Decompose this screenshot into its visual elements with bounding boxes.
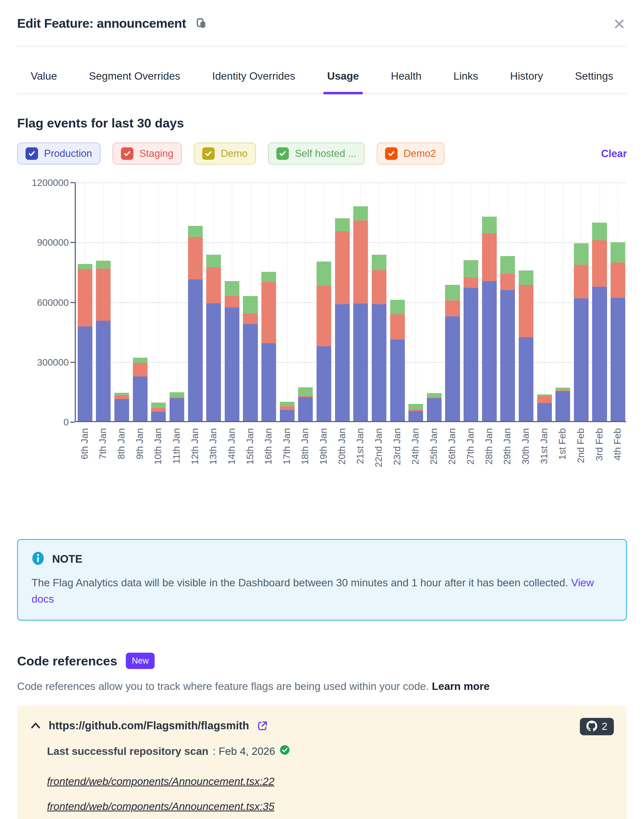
bar-segment-production-26th-jan[interactable] <box>445 316 460 421</box>
bar-segment-self-hosted-15th-jan[interactable] <box>243 296 258 313</box>
bar-segment-self-hosted-2nd-feb[interactable] <box>574 243 589 265</box>
bar-segment-production-14th-jan[interactable] <box>225 307 239 421</box>
bar-segment-production-9th-jan[interactable] <box>133 376 147 421</box>
bar-segment-production-10th-jan[interactable] <box>151 412 166 421</box>
legend-chip-production[interactable]: Production <box>17 143 101 165</box>
bar-segment-self-hosted-9th-jan[interactable] <box>133 358 147 363</box>
bar-segment-production-3rd-feb[interactable] <box>592 287 607 421</box>
checkbox-check-icon[interactable] <box>276 147 289 160</box>
bar-segment-production-1st-feb[interactable] <box>555 391 570 421</box>
repo-url-link[interactable]: https://github.com/Flagsmith/flagsmith <box>49 719 249 732</box>
bar-segment-self-hosted-11th-jan[interactable] <box>170 392 184 397</box>
bar-segment-production-19th-jan[interactable] <box>317 346 331 421</box>
bar-segment-staging-31st-jan[interactable] <box>537 396 552 403</box>
bar-segment-staging-23rd-jan[interactable] <box>390 314 405 339</box>
bar-segment-self-hosted-12th-jan[interactable] <box>188 226 203 237</box>
legend-chip-demo[interactable]: Demo <box>194 143 256 165</box>
tab-usage[interactable]: Usage <box>327 70 359 94</box>
bar-segment-self-hosted-3rd-feb[interactable] <box>592 222 607 240</box>
checkbox-check-icon[interactable] <box>385 147 397 160</box>
bar-segment-production-15th-jan[interactable] <box>243 324 258 421</box>
open-repo-button[interactable] <box>257 720 268 732</box>
bar-segment-staging-21st-jan[interactable] <box>353 221 368 304</box>
bar-segment-self-hosted-1st-feb[interactable] <box>555 388 570 390</box>
learn-more-link[interactable]: Learn more <box>432 680 489 692</box>
bar-segment-staging-12th-jan[interactable] <box>188 237 203 279</box>
tab-health[interactable]: Health <box>391 70 422 94</box>
bar-segment-staging-17th-jan[interactable] <box>280 406 294 410</box>
bar-segment-self-hosted-6th-jan[interactable] <box>78 264 92 269</box>
bar-segment-staging-15th-jan[interactable] <box>243 313 258 324</box>
bar-segment-self-hosted-23rd-jan[interactable] <box>390 300 405 314</box>
tab-links[interactable]: Links <box>454 70 478 94</box>
bar-segment-production-29th-jan[interactable] <box>500 290 515 421</box>
bar-segment-staging-18th-jan[interactable] <box>298 396 313 397</box>
github-count-badge[interactable]: 2 <box>580 718 614 735</box>
bar-segment-production-20th-jan[interactable] <box>335 304 350 421</box>
bar-segment-self-hosted-7th-jan[interactable] <box>96 261 110 268</box>
bar-segment-production-28th-jan[interactable] <box>482 281 497 421</box>
checkbox-check-icon[interactable] <box>121 147 133 160</box>
bar-segment-self-hosted-28th-jan[interactable] <box>482 217 497 233</box>
bar-segment-production-24th-jan[interactable] <box>408 411 423 421</box>
bar-segment-staging-1st-feb[interactable] <box>555 390 570 391</box>
bar-segment-production-30th-jan[interactable] <box>519 337 534 421</box>
bar-segment-self-hosted-30th-jan[interactable] <box>519 270 534 285</box>
bar-segment-staging-22nd-jan[interactable] <box>372 270 386 304</box>
bar-segment-self-hosted-26th-jan[interactable] <box>445 285 460 301</box>
bar-segment-staging-27th-jan[interactable] <box>463 278 478 288</box>
bar-segment-production-22nd-jan[interactable] <box>372 304 386 421</box>
bar-segment-production-2nd-feb[interactable] <box>574 299 589 421</box>
bar-segment-self-hosted-24th-jan[interactable] <box>408 404 423 410</box>
bar-segment-staging-29th-jan[interactable] <box>500 274 515 290</box>
bar-segment-production-13th-jan[interactable] <box>206 303 221 421</box>
collapse-repo-button[interactable] <box>30 721 41 730</box>
bar-segment-production-17th-jan[interactable] <box>280 410 294 421</box>
bar-segment-self-hosted-8th-jan[interactable] <box>114 393 129 396</box>
bar-segment-self-hosted-17th-jan[interactable] <box>280 402 294 406</box>
bar-segment-staging-8th-jan[interactable] <box>114 395 129 399</box>
bar-segment-self-hosted-25th-jan[interactable] <box>427 393 442 397</box>
bar-segment-staging-9th-jan[interactable] <box>133 363 147 376</box>
close-modal-button[interactable] <box>612 17 626 31</box>
bar-segment-self-hosted-13th-jan[interactable] <box>206 255 221 267</box>
clear-filters-button[interactable]: Clear <box>601 148 627 160</box>
bar-segment-production-12th-jan[interactable] <box>188 279 203 421</box>
bar-segment-staging-13th-jan[interactable] <box>206 267 221 303</box>
checkbox-check-icon[interactable] <box>202 147 215 160</box>
bar-segment-self-hosted-20th-jan[interactable] <box>335 218 350 231</box>
bar-segment-self-hosted-31st-jan[interactable] <box>537 394 552 396</box>
bar-segment-staging-30th-jan[interactable] <box>519 285 534 337</box>
code-reference-file-link[interactable]: frontend/web/components/Announcement.tsx… <box>47 801 274 813</box>
bar-segment-self-hosted-10th-jan[interactable] <box>151 403 166 408</box>
bar-segment-production-31st-jan[interactable] <box>537 403 552 421</box>
bar-segment-staging-26th-jan[interactable] <box>445 301 460 316</box>
bar-segment-self-hosted-21st-jan[interactable] <box>353 206 368 221</box>
bar-segment-production-18th-jan[interactable] <box>298 397 313 421</box>
bar-segment-self-hosted-4th-feb[interactable] <box>610 242 625 262</box>
legend-chip-demo2[interactable]: Demo2 <box>377 143 444 165</box>
tab-history[interactable]: History <box>510 70 543 94</box>
bar-segment-staging-20th-jan[interactable] <box>335 231 350 304</box>
bar-segment-self-hosted-14th-jan[interactable] <box>225 281 239 296</box>
bar-segment-staging-28th-jan[interactable] <box>482 233 497 281</box>
code-reference-file-link[interactable]: frontend/web/components/Announcement.tsx… <box>47 776 274 787</box>
tab-identity-overrides[interactable]: Identity Overrides <box>212 70 295 94</box>
bar-segment-staging-2nd-feb[interactable] <box>574 265 589 298</box>
bar-segment-production-23rd-jan[interactable] <box>390 339 405 421</box>
bar-segment-staging-19th-jan[interactable] <box>317 286 331 346</box>
bar-segment-staging-3rd-feb[interactable] <box>592 240 607 287</box>
bar-segment-staging-24th-jan[interactable] <box>408 410 423 411</box>
tab-settings[interactable]: Settings <box>575 70 613 94</box>
legend-chip-self-hosted[interactable]: Self hosted ... <box>268 143 365 165</box>
bar-segment-self-hosted-18th-jan[interactable] <box>298 387 313 396</box>
bar-segment-production-25th-jan[interactable] <box>427 398 442 421</box>
bar-segment-self-hosted-16th-jan[interactable] <box>261 272 276 282</box>
bar-segment-production-4th-feb[interactable] <box>610 298 625 421</box>
bar-segment-production-7th-jan[interactable] <box>96 321 110 421</box>
tab-segment-overrides[interactable]: Segment Overrides <box>89 70 180 94</box>
bar-segment-production-27th-jan[interactable] <box>463 288 478 421</box>
bar-segment-staging-16th-jan[interactable] <box>261 282 276 343</box>
bar-segment-production-11th-jan[interactable] <box>170 398 184 421</box>
bar-segment-staging-11th-jan[interactable] <box>170 397 184 398</box>
